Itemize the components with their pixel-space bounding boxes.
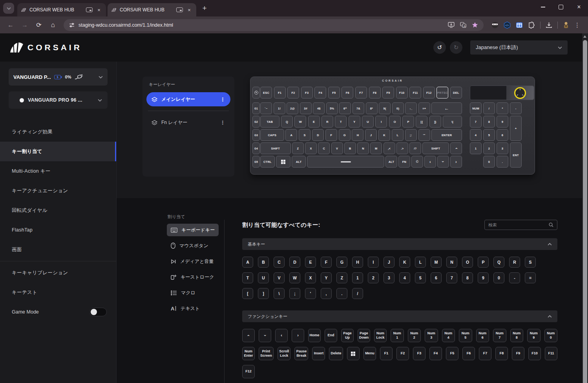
- key-chip[interactable]: [347, 347, 360, 360]
- keyboard-key[interactable]: =+: [418, 102, 430, 114]
- key-chip[interactable]: Print Screen: [259, 347, 274, 360]
- key-chip[interactable]: G: [336, 257, 347, 268]
- sidebar-nav-item[interactable]: キーテスト: [0, 283, 116, 302]
- keyboard-numpad-key[interactable]: NUM: [470, 102, 482, 114]
- key-chip[interactable]: R: [509, 257, 520, 268]
- keyboard-key[interactable]: SHIFT: [260, 142, 291, 154]
- keyboard-key[interactable]: ]}: [429, 116, 441, 128]
- search-box[interactable]: [484, 220, 557, 230]
- key-chip[interactable]: ,: [321, 288, 332, 299]
- maximize-button[interactable]: [552, 0, 570, 14]
- key-chip[interactable]: L: [415, 257, 426, 268]
- keyboard-key[interactable]: 5%: [326, 102, 338, 114]
- key-chip[interactable]: Num 0: [544, 329, 558, 342]
- reload-button[interactable]: ⟳: [33, 21, 45, 29]
- key-chip[interactable]: 5: [415, 272, 426, 283]
- key-chip[interactable]: F9: [512, 347, 524, 360]
- install-app-icon[interactable]: [448, 22, 455, 28]
- key-chip[interactable]: Insert: [312, 347, 325, 360]
- keyboard-key[interactable]: /?: [409, 142, 421, 154]
- keyboard-key[interactable]: ;:: [405, 129, 417, 141]
- keyboard-key[interactable]: F5: [328, 87, 340, 98]
- key-chip[interactable]: Page Up: [341, 329, 354, 342]
- device-card[interactable]: VANGUARD P... 0%: [9, 68, 108, 86]
- window-extension-icon[interactable]: [516, 22, 523, 29]
- keyboard-key[interactable]: F11: [409, 87, 421, 98]
- key-chip[interactable]: W: [289, 272, 300, 283]
- key-chip[interactable]: ›: [292, 329, 304, 342]
- tab-preview-icon[interactable]: [176, 7, 183, 12]
- key-chip[interactable]: Pause Break: [294, 347, 308, 360]
- key-chip[interactable]: \: [274, 288, 285, 299]
- keyboard-key[interactable]: D: [312, 129, 324, 141]
- keyboard-key[interactable]: ALT: [292, 156, 306, 168]
- assign-type-mouse-buttons[interactable]: マウスボタン: [167, 239, 213, 252]
- key-chip[interactable]: T: [242, 272, 253, 283]
- keyboard-numpad-key[interactable]: 3: [497, 142, 508, 154]
- keyboard-key[interactable]: FN: [398, 156, 410, 168]
- keyboard-key[interactable]: W: [294, 116, 306, 128]
- key-chip[interactable]: U: [258, 272, 269, 283]
- browser-tab-2[interactable]: CORSAIR WEB HUB ×: [108, 3, 196, 16]
- key-chip[interactable]: Num 4: [442, 329, 455, 342]
- browser-menu-icon[interactable]: ⋮: [574, 22, 580, 29]
- keyboard-key[interactable]: TAB: [260, 116, 279, 128]
- key-chip[interactable]: [: [242, 288, 253, 299]
- keyboard-key[interactable]: P: [402, 116, 414, 128]
- keyboard-key[interactable]: 2@: [287, 102, 298, 114]
- section-function-keys[interactable]: ファンクションキー: [242, 310, 557, 322]
- key-chip[interactable]: F3: [413, 347, 425, 360]
- key-chip[interactable]: F: [321, 257, 332, 268]
- keyboard-key[interactable]: Q: [281, 116, 293, 128]
- key-chip[interactable]: F1: [380, 347, 393, 360]
- tab-preview-icon[interactable]: [86, 7, 93, 12]
- keyboard-key[interactable]: [{: [416, 116, 427, 128]
- key-chip[interactable]: 3: [383, 272, 394, 283]
- keyboard-key[interactable]: N: [357, 142, 369, 154]
- new-tab-button[interactable]: +: [199, 3, 210, 13]
- tab-close-button[interactable]: ×: [96, 7, 102, 13]
- keyboard-key[interactable]: Y: [349, 116, 360, 128]
- keyboard-key[interactable]: 6^: [339, 102, 351, 114]
- keyboard-key[interactable]: J: [365, 129, 377, 141]
- key-chip[interactable]: ]: [258, 288, 269, 299]
- close-button[interactable]: ×: [570, 0, 588, 14]
- keyboard-key[interactable]: F1: [274, 87, 286, 98]
- keyboard-key[interactable]: ,<: [383, 142, 395, 154]
- key-chip[interactable]: ›: [242, 329, 255, 342]
- key-chip[interactable]: .: [336, 288, 347, 299]
- translate-icon[interactable]: あ: [460, 22, 466, 28]
- page-scrollbar[interactable]: [582, 33, 588, 383]
- keyboard-key[interactable]: 1!: [274, 102, 285, 114]
- key-chip[interactable]: /: [352, 288, 363, 299]
- game-mode-toggle[interactable]: [89, 308, 107, 316]
- key-chip[interactable]: Q: [493, 257, 504, 268]
- scrollbar-thumb[interactable]: [583, 40, 587, 383]
- keyboard-key[interactable]: F3: [301, 87, 313, 98]
- key-chip[interactable]: A: [242, 257, 253, 268]
- keyboard-key[interactable]: G: [339, 129, 351, 141]
- keyboard-key[interactable]: O: [389, 116, 401, 128]
- device-selector[interactable]: VANGUARD PRO 96 ...: [9, 91, 108, 109]
- keyboard-key[interactable]: F12: [423, 87, 435, 98]
- key-chip[interactable]: B: [258, 257, 269, 268]
- key-chip[interactable]: Num 9: [527, 329, 541, 342]
- keyboard-numpad-key[interactable]: 2: [483, 142, 495, 154]
- key-chip[interactable]: Page Down: [358, 329, 370, 342]
- key-chip[interactable]: Scroll Lock: [278, 347, 291, 360]
- keyboard-key[interactable]: ©: [411, 156, 423, 168]
- keyboard-key[interactable]: C: [318, 142, 330, 154]
- keyboard-numpad-key[interactable]: /: [483, 102, 495, 114]
- keyboard-key[interactable]: F7: [355, 87, 367, 98]
- key-chip[interactable]: C: [274, 257, 285, 268]
- keyboard-key[interactable]: ‹: [424, 156, 436, 168]
- sidebar-nav-item[interactable]: キー割り当て: [0, 142, 116, 161]
- layer-menu-icon[interactable]: ⋮: [220, 97, 225, 102]
- key-chip[interactable]: Num 7: [493, 329, 506, 342]
- keyboard-key[interactable]: B: [344, 142, 356, 154]
- keyboard-key[interactable]: ALT: [385, 156, 397, 168]
- keyboard-key[interactable]: PRTSC: [436, 87, 448, 98]
- keyboard-key[interactable]: SHIFT: [422, 142, 449, 154]
- scrollbar-up-arrow[interactable]: [583, 35, 586, 38]
- key-chip[interactable]: Num 6: [476, 329, 489, 342]
